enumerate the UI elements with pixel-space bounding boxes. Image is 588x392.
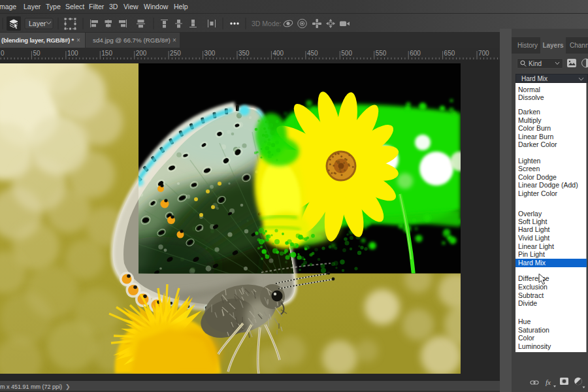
svg-text:350: 350 — [238, 50, 250, 57]
svg-text:150: 150 — [101, 50, 112, 57]
svg-text:650: 650 — [444, 50, 455, 57]
svg-text:fx: fx — [546, 378, 551, 386]
svg-text:450: 450 — [307, 50, 318, 57]
svg-text:550: 550 — [376, 50, 387, 57]
svg-text:500: 500 — [341, 50, 352, 57]
svg-text:600: 600 — [410, 50, 421, 57]
svg-text:50: 50 — [33, 50, 41, 57]
svg-text:300: 300 — [204, 50, 216, 57]
svg-text:0: 0 — [1, 50, 5, 57]
svg-text:100: 100 — [67, 50, 78, 57]
svg-text:200: 200 — [136, 50, 147, 57]
svg-text:Layer: Layer — [29, 20, 46, 27]
svg-text:700: 700 — [478, 50, 489, 57]
svg-text:400: 400 — [272, 50, 284, 57]
svg-text:3D Mode:: 3D Mode: — [252, 20, 282, 27]
svg-text:250: 250 — [170, 50, 181, 57]
